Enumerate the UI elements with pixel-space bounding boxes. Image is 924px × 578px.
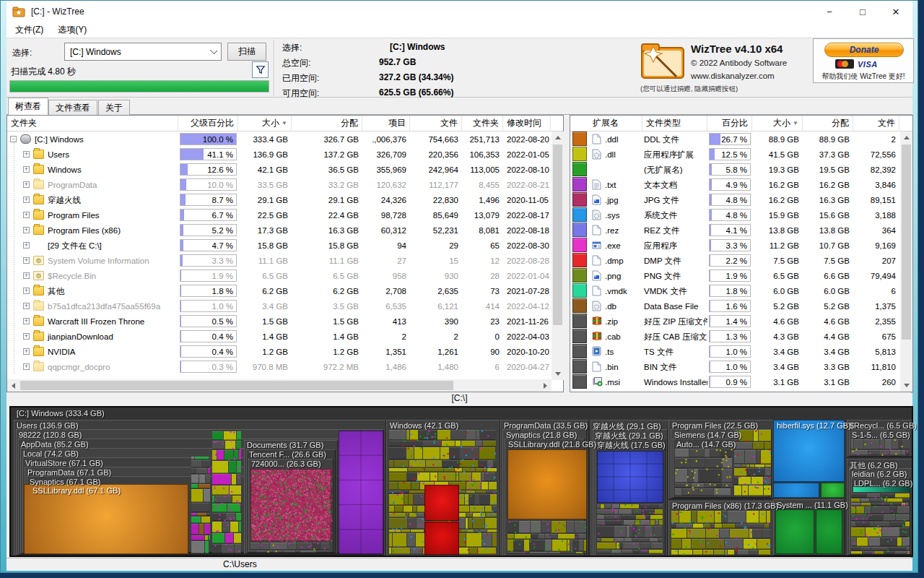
treemap-label-pfx86[interactable]: Program Files (x86) (17.3 GB) xyxy=(672,501,778,510)
treemap-label-programdata_u[interactable]: ProgramData (67.1 GB) xyxy=(27,468,111,477)
folder-row[interactable]: -[C:] Windows100.0 %333.4 GB326.7 GB1,00… xyxy=(7,131,551,147)
folder-row[interactable]: +Windows12.6 %42.1 GB36.5 GB355,969242,9… xyxy=(7,162,551,177)
column-header[interactable]: 百分比 xyxy=(707,116,752,131)
extension-row[interactable]: (无扩展名)5.8 %19.3 GB19.5 GB82,392 xyxy=(570,162,900,177)
treemap-label-auto[interactable]: Auto... (14.7 GB) xyxy=(676,440,736,449)
folder-row[interactable]: +⚙System Volume Information3.3 %11.1 GB1… xyxy=(7,253,551,268)
expand-icon[interactable]: + xyxy=(23,242,30,249)
extension-row[interactable]: .pngPNG 文件1.9 %6.5 GB6.6 GB79,494 xyxy=(570,268,900,283)
treemap-label-pf[interactable]: Program Files (22.5 GB) xyxy=(672,421,758,430)
treemap-label-programdata[interactable]: ProgramData (33.5 GB) xyxy=(504,421,588,430)
column-header[interactable]: 父级百分比 xyxy=(178,116,238,131)
extension-row[interactable]: .rezREZ 文件4.1 %13.8 GB13.8 GB364 xyxy=(570,223,900,238)
treemap-label-appdata[interactable]: AppData (85.2 GB) xyxy=(21,440,89,449)
folder-vscrollbar[interactable] xyxy=(552,131,564,380)
treemap-label-local[interactable]: Local (74.2 GB) xyxy=(23,449,79,458)
folder-row[interactable]: +Program Files6.7 %22.5 GB22.4 GB98,7288… xyxy=(7,207,551,223)
folder-row[interactable]: +ProgramData10.0 %33.5 GB33.2 GB120,6321… xyxy=(7,177,551,192)
expand-icon[interactable]: + xyxy=(23,333,30,340)
folder-row[interactable]: +Users41.1 %136.9 GB137.2 GB326,709220,3… xyxy=(7,147,551,162)
extension-row[interactable]: .dmpDMP 文件2.2 %7.5 GB7.5 GB207 xyxy=(570,253,900,268)
extension-row[interactable]: .tsTS 文件1.0 %3.4 GB3.4 GB5,813 xyxy=(570,344,900,359)
extension-row[interactable]: .dll应用程序扩展12.5 %41.5 GB37.3 GB72,556 xyxy=(570,147,900,162)
scroll-left-icon[interactable] xyxy=(12,383,15,389)
scroll-up-icon[interactable] xyxy=(904,136,910,139)
minimize-button[interactable]: − xyxy=(813,1,846,22)
column-header[interactable]: 文件夹 xyxy=(7,116,178,131)
folder-row[interactable]: +[29 文件在 C:\]4.7 %15.8 GB15.8 GB94296520… xyxy=(7,238,551,253)
filter-button[interactable] xyxy=(252,61,269,78)
treemap-label-hiberfil[interactable]: hiberfil.sys (12.7 GB) xyxy=(777,421,851,430)
scan-button[interactable]: 扫描 xyxy=(227,43,266,61)
extension-row[interactable]: .dbData Base File1.6 %5.2 GB5.2 GB1,375 xyxy=(570,298,900,314)
expand-icon[interactable]: + xyxy=(23,257,30,264)
treemap-label-u98222[interactable]: 98222 (120.8 GB) xyxy=(19,431,82,439)
expand-icon[interactable]: + xyxy=(23,318,30,324)
folder-row[interactable]: +其他1.8 %6.2 GB6.2 GB2,7082,635732021-07-… xyxy=(7,283,551,298)
expand-icon[interactable]: + xyxy=(23,151,30,158)
column-header[interactable]: 大小▼ xyxy=(238,116,292,131)
tab-tree-view[interactable]: 树查看 xyxy=(8,98,48,115)
extension-row[interactable]: .sys系统文件4.8 %15.9 GB15.6 GB3,188 xyxy=(570,207,900,223)
treemap-label-synaptics[interactable]: Synaptics (21.8 GB) xyxy=(506,431,577,439)
treemap-label-synaptics_u[interactable]: Synaptics (67.1 GB) xyxy=(30,478,100,486)
treemap-label-siemens[interactable]: Siemens (14.7 GB) xyxy=(674,431,742,439)
extension-row[interactable]: .binBIN 文件1.0 %3.4 GB3.3 GB11,810 xyxy=(570,359,900,374)
expand-icon[interactable]: + xyxy=(23,363,30,370)
treemap-label-ssllib_u[interactable]: SSLLibrary.ddl (67.1 GB) xyxy=(32,486,121,495)
folder-row[interactable]: +⚙$Recycle.Bin1.9 %6.5 GB6.5 GB958930282… xyxy=(7,268,551,283)
scroll-right-icon[interactable] xyxy=(544,383,547,389)
extension-row[interactable]: .zip好压 ZIP 压缩文件1.4 %4.6 GB4.6 GB2,355 xyxy=(570,314,900,329)
extension-vscrollbar[interactable] xyxy=(900,131,912,392)
expand-icon[interactable]: + xyxy=(23,166,30,173)
column-header[interactable]: 文件类型 xyxy=(642,116,707,131)
treemap-label-ssllib[interactable]: SSLLibrary.ddl (21.8 GB) xyxy=(508,440,596,449)
treemap-label-recycle[interactable]: $Recycl... (6.5 GB) xyxy=(850,421,917,430)
folder-row[interactable]: +Warcraft III Frozen Throne0.5 %1.5 GB1.… xyxy=(7,314,551,329)
folder-row[interactable]: +jianpianDownload0.4 %1.4 GB1.4 GB220202… xyxy=(7,329,551,344)
extension-row[interactable]: .exe应用程序3.3 %11.2 GB10.7 GB9,169 xyxy=(570,238,900,253)
column-header[interactable]: 文件夹 xyxy=(462,116,503,131)
extension-row[interactable]: .ddlDDL 文件26.7 %88.9 GB88.9 GB2 xyxy=(570,131,900,147)
expand-icon[interactable]: + xyxy=(23,197,30,203)
extension-row[interactable]: .cab好压 CAB 压缩文件1.3 %4.3 GB4.4 GB675 xyxy=(570,329,900,344)
folder-row[interactable]: +穿越火线8.7 %29.1 GB29.1 GB24,32622,8301,49… xyxy=(7,192,551,207)
expand-icon[interactable]: + xyxy=(23,272,30,279)
folder-row[interactable]: +Program Files (x86)5.2 %17.3 GB16.3 GB6… xyxy=(7,223,551,238)
folder-row[interactable]: +b75a1dfca213dfa475aa55f69a1.0 %3.4 GB3.… xyxy=(7,298,551,314)
treemap-label-documents[interactable]: Documents (31.7 GB) xyxy=(247,441,323,449)
column-header[interactable]: 分配 xyxy=(292,116,362,131)
folder-hscrollbar[interactable] xyxy=(7,379,552,392)
treemap-label-cf3[interactable]: 穿越火线 (17.5 GB) xyxy=(597,440,666,451)
scroll-down-icon[interactable] xyxy=(555,372,561,376)
treemap-label-leidian[interactable]: leidian (6.2 GB) xyxy=(852,470,907,478)
column-header[interactable]: 修改时间 xyxy=(503,116,551,131)
treemap-label-windows[interactable]: Windows (42.1 GB) xyxy=(390,421,458,430)
treemap-label-ldpl[interactable]: LDPL... (6.2 GB) xyxy=(854,479,912,488)
folder-row[interactable]: +NVIDIA0.4 %1.2 GB1.2 GB1,3511,261902020… xyxy=(7,344,551,359)
donate-button[interactable]: Donate xyxy=(824,43,904,57)
column-header[interactable]: 分配 xyxy=(803,116,853,131)
treemap[interactable]: [C:] Windows (333.4 GB)Users (136.9 GB)9… xyxy=(9,406,913,557)
expand-icon[interactable]: + xyxy=(23,181,30,188)
website-link[interactable]: www.diskanalyzer.com xyxy=(691,72,775,80)
treemap-label-users[interactable]: Users (136.9 GB) xyxy=(17,421,79,430)
treemap-label-tencent[interactable]: Tencent F... (26.6 GB) xyxy=(249,450,326,459)
extension-row[interactable]: .jpgJPG 文件4.8 %16.2 GB16.3 GB89,151 xyxy=(570,192,900,207)
maximize-button[interactable]: □ xyxy=(846,1,879,22)
tab-about[interactable]: 关于 xyxy=(98,100,130,115)
menu-file[interactable]: 文件(Z) xyxy=(9,22,49,38)
treemap-label-root[interactable]: [C:] Windows (333.4 GB) xyxy=(17,409,105,418)
extension-row[interactable]: .vmdkVMDK 文件1.8 %6.0 GB6.0 GB6 xyxy=(570,283,900,298)
column-header[interactable]: 大小▼ xyxy=(752,116,803,131)
treemap-label-system[interactable]: System ... (11.1 GB) xyxy=(777,501,848,509)
column-header[interactable]: 项目 xyxy=(362,116,410,131)
scroll-up-icon[interactable] xyxy=(555,136,561,139)
treemap-label-s15[interactable]: S-1-5... (6.5 GB) xyxy=(852,431,910,439)
extension-row[interactable]: .txt文本文档4.9 %16.2 GB16.2 GB3,846 xyxy=(570,177,900,192)
drive-dropdown[interactable]: [C:] Windows xyxy=(64,43,222,61)
column-header[interactable]: 文件 xyxy=(410,116,462,131)
tab-file-view[interactable]: 文件查看 xyxy=(48,100,97,115)
menu-options[interactable]: 选项(Y) xyxy=(52,22,92,38)
expand-icon[interactable]: + xyxy=(23,348,30,355)
